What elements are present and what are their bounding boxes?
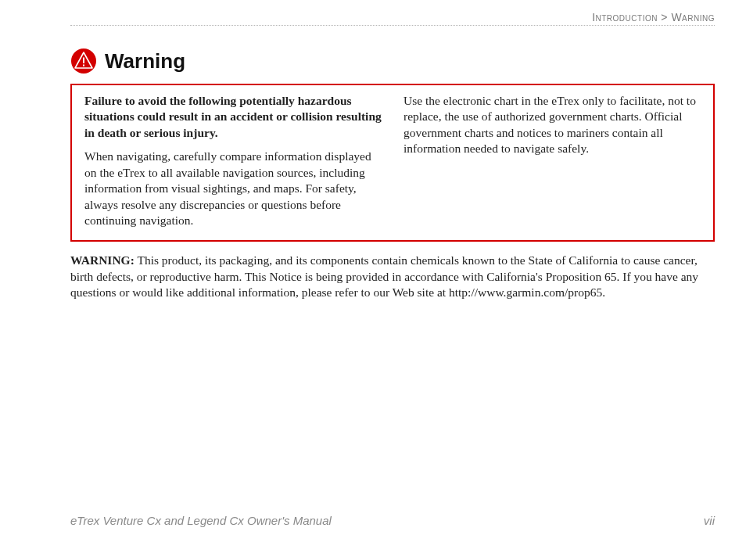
svg-rect-1 xyxy=(83,58,84,64)
prop65-label: WARNING: xyxy=(70,253,134,267)
heading-row: Warning xyxy=(70,48,715,74)
page-title: Warning xyxy=(105,49,185,74)
page-footer: eTrex Venture Cx and Legend Cx Owner's M… xyxy=(70,514,715,527)
breadcrumb-separator: > xyxy=(661,11,668,23)
breadcrumb-page: Warning xyxy=(671,11,715,23)
warning-paragraph-1: When navigating, carefully compare infor… xyxy=(84,149,382,228)
warning-paragraph-2: Use the electronic chart in the eTrex on… xyxy=(403,93,701,157)
svg-rect-2 xyxy=(83,65,84,66)
top-rule xyxy=(70,25,715,26)
footer-manual-title: eTrex Venture Cx and Legend Cx Owner's M… xyxy=(70,514,332,527)
warning-box: Failure to avoid the following potential… xyxy=(70,84,715,242)
breadcrumb-section: Introduction xyxy=(592,11,658,23)
breadcrumb: Introduction > Warning xyxy=(592,11,715,23)
warning-lead: Failure to avoid the following potential… xyxy=(84,93,382,141)
footer-page-number: vii xyxy=(704,514,715,527)
warning-triangle-icon xyxy=(70,48,97,74)
document-page: Introduction > Warning Warning Failure t… xyxy=(0,0,746,560)
prop65-text: This product, its packaging, and its com… xyxy=(70,253,698,300)
prop65-notice: WARNING: This product, its packaging, an… xyxy=(70,253,715,302)
